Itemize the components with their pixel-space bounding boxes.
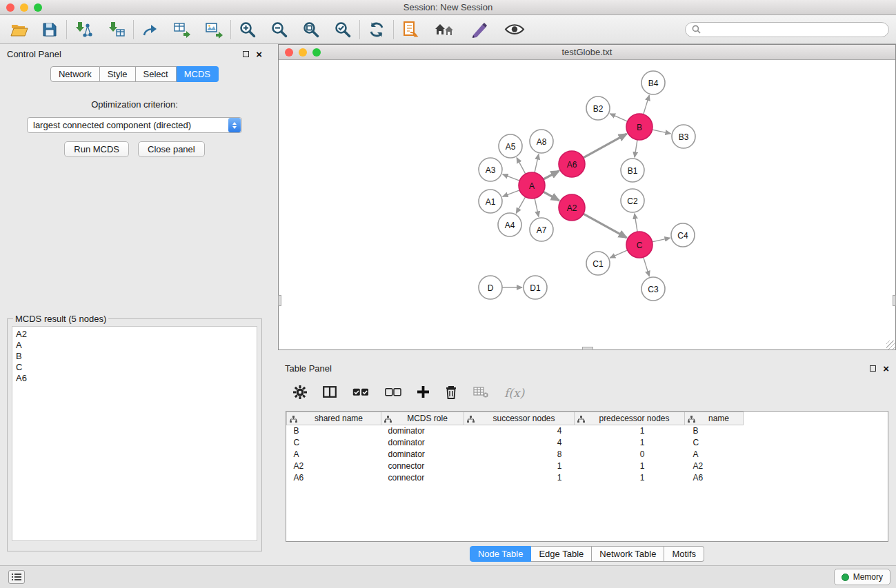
network-node-D1[interactable]: D1 — [524, 276, 547, 299]
panel-grip-left[interactable] — [278, 295, 281, 306]
minimize-view-button[interactable] — [299, 48, 307, 57]
import-table-button[interactable] — [106, 19, 128, 41]
column-header[interactable]: name — [685, 412, 744, 425]
control-tab-select[interactable]: Select — [136, 66, 177, 82]
add-column-button[interactable] — [417, 386, 429, 400]
task-history-button[interactable] — [8, 570, 25, 584]
network-node-A6[interactable]: A6 — [559, 151, 585, 177]
function-builder-button[interactable]: f(x) — [504, 386, 524, 400]
table-row[interactable]: Bdominator41B — [287, 425, 744, 437]
network-edge-A-A1[interactable] — [503, 190, 520, 196]
table-cell[interactable]: A6 — [685, 472, 744, 484]
network-edge-C-C2[interactable] — [635, 214, 637, 232]
network-node-A1[interactable]: A1 — [479, 190, 502, 213]
apply-layout-button[interactable] — [366, 19, 388, 41]
close-panel-button[interactable]: Close panel — [138, 141, 205, 157]
network-node-A3[interactable]: A3 — [479, 158, 502, 181]
table-cell[interactable]: 1 — [575, 425, 685, 437]
network-node-C3[interactable]: C3 — [641, 277, 665, 301]
network-node-B2[interactable]: B2 — [586, 97, 610, 120]
network-node-C[interactable]: C — [626, 232, 653, 258]
column-header[interactable]: shared name — [287, 412, 381, 425]
run-mcds-button[interactable]: Run MCDS — [64, 141, 129, 157]
minimize-window-button[interactable] — [20, 3, 28, 12]
news-button[interactable] — [399, 19, 421, 41]
panel-grip-right[interactable] — [893, 295, 896, 306]
mcds-result-item[interactable]: B — [16, 351, 253, 362]
network-node-A[interactable]: A — [519, 172, 545, 199]
toggle-views-button[interactable] — [501, 19, 528, 41]
zoom-in-button[interactable] — [237, 19, 259, 41]
network-node-C2[interactable]: C2 — [621, 189, 644, 212]
table-cell[interactable]: 4 — [464, 437, 575, 449]
table-cell[interactable]: 1 — [575, 472, 685, 484]
mcds-result-item[interactable]: A2 — [16, 329, 253, 340]
deselect-all-button[interactable] — [385, 388, 401, 398]
table-cell[interactable]: 4 — [464, 425, 575, 437]
table-tab-motifs[interactable]: Motifs — [664, 546, 704, 562]
table-row[interactable]: Cdominator41C — [287, 437, 744, 449]
table-cell[interactable]: A — [287, 449, 381, 460]
resize-grip-icon[interactable] — [886, 341, 895, 349]
zoom-out-button[interactable] — [268, 19, 290, 41]
network-edge-C-C1[interactable] — [610, 250, 627, 258]
table-cell[interactable]: B — [287, 425, 381, 437]
network-edge-C-C3[interactable] — [644, 257, 650, 276]
save-session-button[interactable] — [39, 19, 61, 41]
criterion-dropdown[interactable]: largest connected component (directed) — [27, 117, 242, 133]
network-node-A4[interactable]: A4 — [498, 213, 521, 236]
import-network-button[interactable] — [72, 19, 94, 41]
tutorials-button[interactable] — [468, 19, 490, 41]
delete-table-button[interactable] — [473, 387, 488, 400]
table-row[interactable]: Adominator80A — [287, 449, 744, 460]
network-edge-A6-B[interactable] — [584, 134, 627, 158]
search-input[interactable] — [704, 25, 882, 34]
network-edge-C-C4[interactable] — [653, 238, 670, 242]
mcds-result-item[interactable]: C — [16, 362, 253, 373]
network-node-C4[interactable]: C4 — [671, 223, 695, 247]
table-cell[interactable]: A2 — [287, 460, 381, 472]
mcds-result-list[interactable]: A2ABCA6 — [12, 326, 257, 541]
network-edge-B-B3[interactable] — [653, 130, 671, 134]
table-cell[interactable]: dominator — [381, 425, 464, 437]
column-header[interactable]: successor nodes — [464, 412, 575, 425]
table-cell[interactable]: 0 — [575, 449, 685, 460]
table-tab-node-table[interactable]: Node Table — [470, 546, 532, 562]
network-edge-B-B1[interactable] — [635, 140, 637, 157]
table-cell[interactable]: dominator — [381, 437, 464, 449]
network-canvas[interactable]: B4B2BB3A5A8A6A3B1AA1C2A2A4A7C4CC1C3DD1 — [279, 60, 895, 349]
column-header[interactable]: MCDS role — [381, 412, 464, 425]
table-settings-button[interactable] — [293, 385, 307, 401]
table-row[interactable]: A6connector11A6 — [287, 472, 744, 484]
open-session-button[interactable] — [8, 19, 30, 41]
table-cell[interactable]: B — [685, 425, 744, 437]
table-cell[interactable]: C — [287, 437, 381, 449]
table-cell[interactable]: 1 — [575, 437, 685, 449]
network-edge-B-B4[interactable] — [644, 95, 650, 114]
table-cell[interactable]: 1 — [464, 472, 575, 484]
zoom-view-button[interactable] — [312, 48, 321, 57]
fit-selected-button[interactable] — [332, 19, 354, 41]
float-panel-icon[interactable] — [243, 51, 249, 57]
network-edge-A-A4[interactable] — [516, 197, 525, 214]
export-network-button[interactable] — [139, 19, 161, 41]
table-cell[interactable]: connector — [381, 472, 464, 484]
table-cell[interactable]: 1 — [575, 460, 685, 472]
delete-column-button[interactable] — [445, 385, 457, 401]
mcds-result-item[interactable]: A6 — [16, 373, 253, 384]
network-edge-A-A8[interactable] — [535, 154, 539, 173]
export-table-button[interactable] — [171, 19, 193, 41]
float-table-panel-icon[interactable] — [870, 365, 876, 372]
network-edge-A-A7[interactable] — [535, 199, 539, 217]
control-tab-network[interactable]: Network — [50, 66, 100, 82]
show-columns-button[interactable] — [323, 386, 337, 400]
network-edge-A2-C[interactable] — [584, 214, 627, 238]
table-cell[interactable]: dominator — [381, 449, 464, 460]
table-cell[interactable]: A2 — [685, 460, 744, 472]
table-cell[interactable]: A — [685, 449, 744, 460]
export-image-button[interactable] — [203, 19, 225, 41]
mcds-result-item[interactable]: A — [16, 340, 253, 351]
table-cell[interactable]: 1 — [464, 460, 575, 472]
home-button[interactable] — [432, 19, 457, 41]
close-table-panel-icon[interactable]: × — [883, 363, 889, 374]
